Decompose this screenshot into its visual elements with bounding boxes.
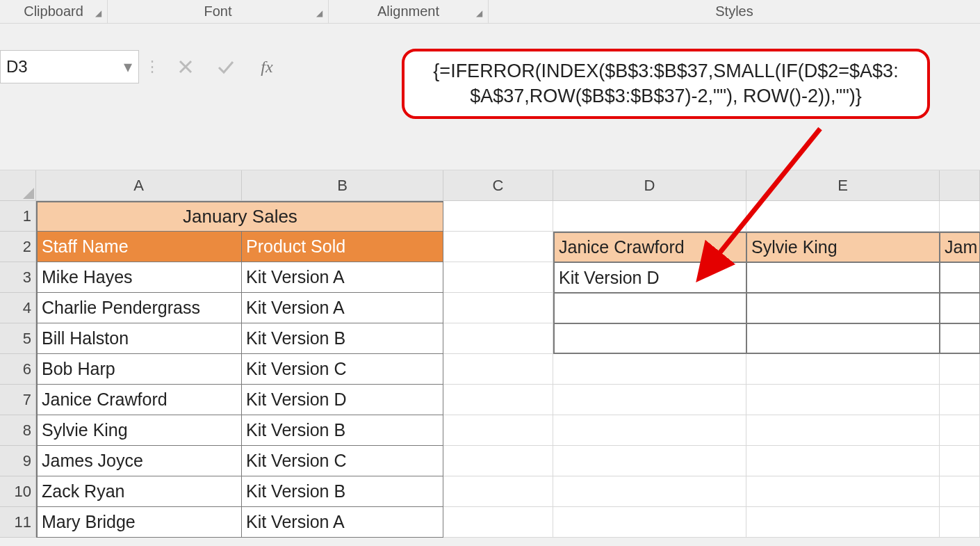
cell-D6[interactable] [553,354,746,385]
cancel-formula-button[interactable] [165,50,206,83]
cell-E11[interactable] [746,507,940,538]
cell-D5[interactable] [553,323,746,354]
cell-B5[interactable]: Kit Version B [242,323,443,354]
dialog-launcher-icon[interactable]: ◢ [314,9,324,19]
cell-C7[interactable] [443,385,553,415]
cell-A1-merged[interactable]: January Sales [36,201,443,232]
row-header-10[interactable]: 10 [0,476,36,507]
cell-B7[interactable]: Kit Version D [242,385,443,415]
cell-A11[interactable]: Mary Bridge [36,507,242,538]
cell-C6[interactable] [443,354,553,385]
cell-C9[interactable] [443,446,553,476]
fx-label[interactable]: fx [246,50,288,83]
cell-B8[interactable]: Kit Version B [242,415,443,446]
cell-D9[interactable] [553,446,746,476]
cell-F10[interactable] [940,476,980,507]
ribbon-group-styles: Styles [489,0,980,23]
dialog-launcher-icon[interactable]: ◢ [93,9,103,19]
col-header-C[interactable]: C [443,170,553,201]
cell-D1[interactable] [553,201,746,232]
cell-D7[interactable] [553,385,746,415]
row-header-5[interactable]: 5 [0,323,36,354]
cell-E5[interactable] [746,323,940,354]
cell-C2[interactable] [443,232,553,262]
cell-F11[interactable] [940,507,980,538]
row-5: 5 Bill Halston Kit Version B [0,323,980,354]
enter-formula-button[interactable] [206,50,246,83]
cell-E8[interactable] [746,415,940,446]
cell-F7[interactable] [940,385,980,415]
cell-E2[interactable]: Sylvie King [746,232,940,262]
cell-F9[interactable] [940,446,980,476]
cell-C3[interactable] [443,262,553,293]
cell-F6[interactable] [940,354,980,385]
col-header-partial[interactable] [940,170,980,201]
cell-E3[interactable] [746,262,940,293]
spreadsheet-grid[interactable]: A B C D E 1 January Sales 2 Staff Name P… [0,170,980,538]
row-header-9[interactable]: 9 [0,446,36,476]
row-header-6[interactable]: 6 [0,354,36,385]
cell-C4[interactable] [443,293,553,323]
cell-D8[interactable] [553,415,746,446]
cell-B11[interactable]: Kit Version A [242,507,443,538]
cell-F1[interactable] [940,201,980,232]
ribbon-group-alignment: Alignment ◢ [329,0,489,23]
row-9: 9 James Joyce Kit Version C [0,446,980,476]
cell-B3[interactable]: Kit Version A [242,262,443,293]
cell-A9[interactable]: James Joyce [36,446,242,476]
cell-C10[interactable] [443,476,553,507]
cell-B6[interactable]: Kit Version C [242,354,443,385]
cell-E9[interactable] [746,446,940,476]
col-header-A[interactable]: A [36,170,242,201]
cell-F3[interactable] [940,262,980,293]
row-header-2[interactable]: 2 [0,232,36,262]
cell-C11[interactable] [443,507,553,538]
row-header-4[interactable]: 4 [0,293,36,323]
cell-E4[interactable] [746,293,940,323]
cell-A8[interactable]: Sylvie King [36,415,242,446]
select-all-corner[interactable] [0,170,36,201]
cell-E6[interactable] [746,354,940,385]
cell-F2[interactable]: Jam [940,232,980,262]
cell-B9[interactable]: Kit Version C [242,446,443,476]
cell-C1[interactable] [443,201,553,232]
cell-D10[interactable] [553,476,746,507]
cell-A5[interactable]: Bill Halston [36,323,242,354]
cell-E7[interactable] [746,385,940,415]
cell-C5[interactable] [443,323,553,354]
row-2: 2 Staff Name Product Sold Janice Crawfor… [0,232,980,262]
cell-B2[interactable]: Product Sold [242,232,443,262]
cell-F5[interactable] [940,323,980,354]
x-icon [178,59,193,74]
col-header-D[interactable]: D [553,170,746,201]
chevron-down-icon[interactable]: ▾ [120,51,136,83]
cell-E1[interactable] [746,201,940,232]
cell-F8[interactable] [940,415,980,446]
row-header-1[interactable]: 1 [0,201,36,232]
col-header-E[interactable]: E [746,170,940,201]
row-header-7[interactable]: 7 [0,385,36,415]
cell-A4[interactable]: Charlie Pendergrass [36,293,242,323]
row-header-11[interactable]: 11 [0,507,36,538]
name-box[interactable]: D3 ▾ [0,50,139,83]
cell-E10[interactable] [746,476,940,507]
cell-B4[interactable]: Kit Version A [242,293,443,323]
cell-B10[interactable]: Kit Version B [242,476,443,507]
cell-D3[interactable]: Kit Version D [553,262,746,293]
cell-A3[interactable]: Mike Hayes [36,262,242,293]
cell-A2[interactable]: Staff Name [36,232,242,262]
cell-F4[interactable] [940,293,980,323]
cell-A7[interactable]: Janice Crawford [36,385,242,415]
col-header-B[interactable]: B [242,170,443,201]
cell-D4[interactable] [553,293,746,323]
cell-C8[interactable] [443,415,553,446]
cell-A6[interactable]: Bob Harp [36,354,242,385]
ribbon-label: Font [204,3,231,19]
ribbon-label: Styles [715,3,753,19]
dialog-launcher-icon[interactable]: ◢ [474,9,484,19]
cell-D2[interactable]: Janice Crawford [553,232,746,262]
cell-D11[interactable] [553,507,746,538]
row-header-8[interactable]: 8 [0,415,36,446]
cell-A10[interactable]: Zack Ryan [36,476,242,507]
row-header-3[interactable]: 3 [0,262,36,293]
